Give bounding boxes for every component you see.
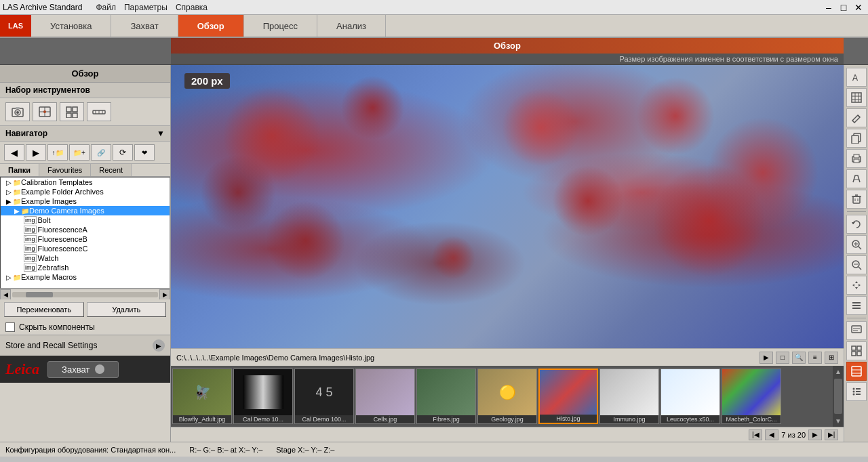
subtab-folders[interactable]: Папки <box>0 164 39 176</box>
rt-font-btn[interactable]: A <box>846 68 867 87</box>
tab-setup[interactable]: Установка <box>31 15 111 37</box>
navigator-expand[interactable]: ▼ <box>157 129 165 138</box>
thumb-img <box>600 369 658 415</box>
thumb-macbeth[interactable]: Macbeth_ColorC... <box>722 369 781 424</box>
rt-copy-btn[interactable] <box>846 129 867 148</box>
tool-measure[interactable] <box>87 102 111 121</box>
delete-btn[interactable]: Удалить <box>87 302 167 317</box>
rt-delete-btn[interactable] <box>846 190 867 209</box>
tool-camera[interactable] <box>5 102 30 121</box>
hscroll-left[interactable]: ◀ <box>0 289 11 300</box>
rt-edit-btn[interactable] <box>846 108 867 127</box>
menu-file[interactable]: Файл <box>96 3 116 12</box>
image-container[interactable]: 200 px <box>171 65 844 348</box>
svg-rect-47 <box>852 346 856 350</box>
page-next[interactable]: ▶ <box>808 429 822 440</box>
rt-rotate-btn[interactable] <box>846 215 867 234</box>
nav-refresh[interactable]: ⟳ <box>113 144 133 161</box>
hide-components-checkbox[interactable] <box>5 322 15 332</box>
path-icons: ▶ □ 🔍 ≡ ⊞ <box>760 352 838 364</box>
tree-item[interactable]: ▶ 📁 Example Images <box>1 196 170 206</box>
page-first[interactable]: |◀ <box>749 429 762 440</box>
thumb-immuno[interactable]: Immuno.jpg <box>599 369 659 424</box>
play-icon-btn[interactable]: ▶ <box>760 352 773 364</box>
thumb-scroll-up[interactable]: ▲ <box>833 366 844 377</box>
list-icon-btn[interactable]: ≡ <box>808 352 822 364</box>
rt-draw-btn[interactable] <box>846 169 867 188</box>
thumb-label: Blowfly_Adult.jpg <box>173 415 231 423</box>
tree-item-zebrafish[interactable]: img Zebrafish <box>1 263 170 272</box>
view-icon-btn[interactable]: □ <box>776 352 789 364</box>
menu-help[interactable]: Справка <box>176 3 208 12</box>
tree-item-demo-camera[interactable]: ▶ 📁 Demo Camera Images <box>1 206 170 215</box>
subtab-favourites[interactable]: Favourites <box>39 164 91 176</box>
restore-btn[interactable]: □ <box>837 1 850 14</box>
thumb-histo[interactable]: Histo.jpg <box>538 369 598 424</box>
minimize-btn[interactable]: – <box>822 1 835 14</box>
nav-new-folder[interactable]: 📁+ <box>69 144 90 161</box>
tree-item-fluorescenceA[interactable]: img FluorescenceA <box>1 225 170 234</box>
tree-item[interactable]: ▷ 📁 Example Folder Archives <box>1 187 170 196</box>
thumb-leucocytes[interactable]: Leucocytes.x50... <box>660 369 720 424</box>
nav-up[interactable]: ↑📁 <box>47 144 68 161</box>
store-recall-btn[interactable]: Store and Recall Settings ▶ <box>0 335 170 356</box>
rt-text-btn[interactable] <box>846 321 867 340</box>
tree-item-example-macros[interactable]: ▷ 📁 Example Macros <box>1 272 170 282</box>
page-bar: |◀ ◀ 7 из 20 ▶ ▶| <box>171 427 844 442</box>
svg-rect-58 <box>856 391 861 392</box>
thumb-cal100[interactable]: 4 5 Cal Demo 100... <box>294 369 354 424</box>
thumb-vscrollbar[interactable]: ▲ ▼ <box>833 366 844 427</box>
hscroll-right[interactable]: ▶ <box>159 289 170 300</box>
thumb-geology[interactable]: 🟡 Geology.jpg <box>477 369 537 424</box>
tool-select[interactable] <box>33 102 57 121</box>
tree-item[interactable]: ▷ 📁 Calibration Templates <box>1 177 170 187</box>
rt-dots-btn[interactable] <box>846 382 867 401</box>
tree-item-bolt[interactable]: img Bolt <box>1 215 170 225</box>
thumb-img: 🪰 <box>173 369 231 415</box>
rt-grid3-btn[interactable] <box>846 341 867 360</box>
rt-table-btn[interactable] <box>846 88 867 107</box>
thumb-cal10[interactable]: Cal Demo 10... <box>233 369 293 424</box>
tab-analysis[interactable]: Анализ <box>317 15 386 37</box>
rt-zoom-in-btn[interactable] <box>846 235 867 254</box>
svg-line-22 <box>858 115 860 117</box>
thumb-scroll-down[interactable]: ▼ <box>833 415 844 427</box>
zoom-icon-btn[interactable]: 🔍 <box>792 352 806 364</box>
svg-rect-51 <box>852 366 861 376</box>
tree-item-fluorescenceC[interactable]: img FluorescenceC <box>1 244 170 253</box>
svg-rect-44 <box>852 326 861 333</box>
rt-active-btn[interactable] <box>846 362 867 381</box>
tree-item-fluorescenceB[interactable]: img FluorescenceB <box>1 234 170 244</box>
rt-print-btn[interactable] <box>846 149 867 168</box>
nav-forward[interactable]: ▶ <box>26 144 46 161</box>
nav-fav[interactable]: ❤ <box>134 144 155 161</box>
rename-btn[interactable]: Переименовать <box>4 302 84 317</box>
tab-capture[interactable]: Захват <box>111 15 178 37</box>
capture-button[interactable]: Захват <box>47 361 119 378</box>
hscroll-thumb[interactable] <box>26 292 53 297</box>
menu-params[interactable]: Параметры <box>124 3 167 12</box>
titlebar: LAS Archive Standard Файл Параметры Спра… <box>0 0 868 15</box>
tree-hscrollbar[interactable]: ◀ ▶ <box>0 289 170 299</box>
grid-icon-btn[interactable]: ⊞ <box>825 352 838 364</box>
subtab-recent[interactable]: Recent <box>91 164 132 176</box>
file-tree[interactable]: ▷ 📁 Calibration Templates ▷ 📁 Example Fo… <box>0 177 170 289</box>
rt-zoom-out-btn[interactable] <box>846 255 867 274</box>
sub-tabs: Папки Favourites Recent <box>0 164 170 177</box>
thumb-fibres[interactable]: Fibres.jpg <box>416 369 476 424</box>
close-btn[interactable]: ✕ <box>852 1 865 14</box>
svg-rect-43 <box>852 308 861 309</box>
thumb-cells[interactable]: Cells.jpg <box>355 369 415 424</box>
nav-back[interactable]: ◀ <box>4 144 24 161</box>
rt-pan-btn[interactable] <box>846 276 867 295</box>
hscroll-track[interactable] <box>12 292 158 297</box>
page-prev[interactable]: ◀ <box>765 429 778 440</box>
tab-process[interactable]: Процесс <box>244 15 317 37</box>
rt-settings-btn[interactable] <box>846 296 867 315</box>
tab-overview[interactable]: Обзор <box>178 15 244 37</box>
tree-item-watch[interactable]: img Watch <box>1 253 170 263</box>
page-last[interactable]: ▶| <box>825 429 838 440</box>
thumb-blowfly[interactable]: 🪰 Blowfly_Adult.jpg <box>172 369 232 424</box>
tool-grid[interactable] <box>60 102 84 121</box>
nav-link[interactable]: 🔗 <box>91 144 111 161</box>
